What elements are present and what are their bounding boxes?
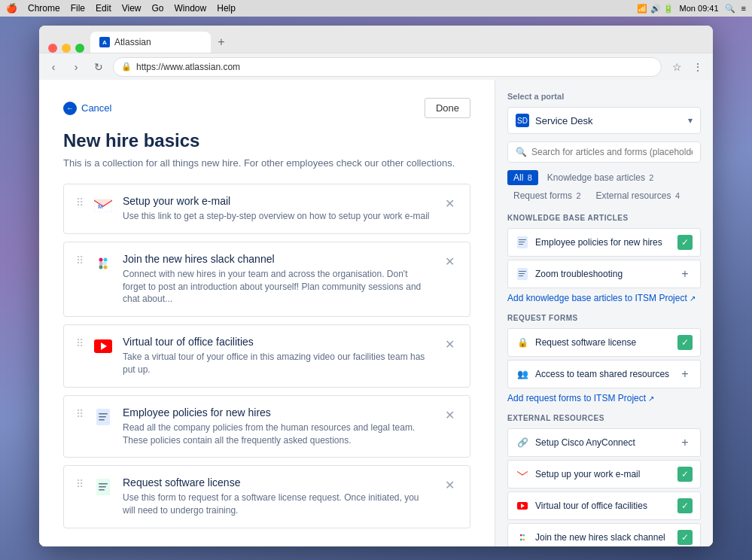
- back-button[interactable]: ‹: [45, 59, 62, 75]
- ext-item-1[interactable]: 🔗 Setup Cisco AnyConnect +: [507, 428, 701, 457]
- filter-tab-ext[interactable]: External resources 4: [590, 188, 687, 203]
- traffic-light-close[interactable]: [48, 44, 57, 53]
- add-rf-icon[interactable]: +: [677, 367, 693, 382]
- drag-handle[interactable]: ⠿: [76, 406, 84, 420]
- license-icon: [93, 476, 114, 498]
- ext-item-label-3: Virtual tour of office facilities: [535, 501, 671, 511]
- tab-label: Atlassian: [114, 37, 151, 47]
- kb-item-label-2: Zoom troubleshooting: [535, 269, 671, 279]
- remove-item-button[interactable]: ✕: [442, 476, 458, 494]
- remove-item-button[interactable]: ✕: [442, 406, 458, 424]
- done-button[interactable]: Done: [425, 98, 470, 118]
- kb-section-title: KNOWLEDGE BASE ARTICLES: [507, 214, 701, 222]
- menubar-chrome[interactable]: Chrome: [28, 3, 60, 14]
- item-body: Employee policies for new hires Read all…: [123, 406, 433, 447]
- drag-handle[interactable]: ⠿: [76, 253, 84, 266]
- cancel-icon: ←: [63, 102, 77, 115]
- url-bar[interactable]: 🔒 https://www.atlassian.com: [113, 57, 662, 77]
- ext-item-4[interactable]: Join the new hires slack channel ✓: [507, 523, 701, 546]
- menubar-file[interactable]: File: [71, 3, 85, 14]
- right-panel: Select a portal SD Service Desk ▾ 🔍 All …: [495, 80, 713, 546]
- menubar-go[interactable]: Go: [152, 3, 164, 14]
- item-desc: Read all the company policies from the h…: [123, 422, 433, 447]
- add-ext-icon[interactable]: +: [677, 435, 693, 450]
- chevron-down-icon: ▾: [688, 115, 693, 126]
- ext-item-3[interactable]: Virtual tour of office facilities ✓: [507, 492, 701, 520]
- rf-section-title: REQUEST FORMS: [507, 314, 701, 322]
- check-icon: ✓: [677, 335, 693, 350]
- browser-window: A Atlassian + ‹ › ↻ 🔒 https://www.atlass…: [39, 26, 713, 546]
- svg-point-25: [520, 538, 522, 540]
- search-icon: 🔍: [516, 147, 527, 157]
- list-item[interactable]: ⠿ Request software license Use this form…: [63, 465, 470, 528]
- menubar: 🍎 Chrome File Edit View Go Window Help 📶…: [0, 0, 752, 17]
- filter-tab-all[interactable]: All 8: [507, 170, 538, 185]
- search-input[interactable]: [531, 147, 693, 157]
- traffic-light-minimize[interactable]: [62, 44, 71, 53]
- menubar-menu-icon[interactable]: ≡: [741, 4, 746, 13]
- item-desc: Use this form to request for a software …: [123, 492, 433, 517]
- cancel-button[interactable]: Cancel: [81, 102, 111, 114]
- svg-rect-16: [519, 239, 526, 240]
- svg-rect-10: [99, 419, 105, 421]
- svg-rect-17: [519, 242, 525, 242]
- ext-section-title: EXTERNAL RESOURCES: [507, 414, 701, 422]
- list-item[interactable]: ⠿ Employee policies for new hires Read a…: [63, 395, 470, 458]
- more-button[interactable]: ⋮: [689, 58, 707, 76]
- refresh-button[interactable]: ↻: [90, 59, 107, 75]
- traffic-light-maximize[interactable]: [75, 44, 84, 53]
- menubar-search-icon[interactable]: 🔍: [725, 4, 735, 14]
- item-title: Setup your work e-mail: [123, 195, 433, 207]
- add-rf-link[interactable]: Add request forms to ITSM Project↗: [507, 393, 701, 403]
- kb-item-1[interactable]: Employee policies for new hires ✓: [507, 228, 701, 257]
- filter-tab-rf[interactable]: Request forms 2: [507, 188, 587, 203]
- item-title: Join the new hires slack channel: [123, 253, 433, 265]
- ext-item-label-2: Setup up your work e-mail: [535, 469, 671, 479]
- svg-point-26: [522, 538, 525, 540]
- portal-dropdown[interactable]: SD Service Desk ▾: [507, 107, 701, 134]
- rf-item-1[interactable]: 🔒 Request software license ✓: [507, 328, 701, 357]
- remove-item-button[interactable]: ✕: [442, 195, 458, 212]
- menubar-view[interactable]: View: [122, 3, 142, 14]
- drag-handle[interactable]: ⠿: [76, 195, 84, 208]
- drag-handle[interactable]: ⠿: [76, 476, 84, 490]
- remove-item-button[interactable]: ✕: [442, 253, 458, 270]
- item-body: Setup your work e-mail Use this link to …: [123, 195, 433, 223]
- apple-menu[interactable]: 🍎: [6, 3, 17, 14]
- kb-item-2[interactable]: Zoom troubleshooting +: [507, 260, 701, 288]
- list-item[interactable]: ⠿ M Setup your work e-mail Use this link…: [63, 184, 470, 234]
- ext-item-2[interactable]: Setup up your work e-mail ✓: [507, 460, 701, 488]
- forward-button[interactable]: ›: [68, 59, 84, 75]
- svg-rect-6: [99, 262, 107, 265]
- add-kb-icon[interactable]: +: [677, 266, 693, 282]
- portal-select-label: Select a portal: [507, 92, 701, 101]
- ext-item-label-4: Join the new hires slack channel: [535, 532, 671, 543]
- people-icon: 👥: [516, 367, 529, 381]
- rf-item-2[interactable]: 👥 Access to team shared resources +: [507, 360, 701, 388]
- list-item[interactable]: ⠿ Join the new hires slack channel: [63, 242, 470, 317]
- menubar-help[interactable]: Help: [217, 3, 236, 14]
- search-box[interactable]: 🔍: [507, 142, 701, 163]
- kb-doc-icon: [516, 236, 529, 249]
- external-link-icon-2: ↗: [648, 394, 654, 403]
- svg-point-23: [520, 534, 522, 537]
- menubar-edit[interactable]: Edit: [96, 3, 111, 14]
- check-icon: ✓: [677, 235, 693, 250]
- menubar-window[interactable]: Window: [175, 3, 207, 14]
- filter-tab-kb[interactable]: Knowledge base articles 2: [541, 170, 660, 185]
- menubar-icons: 📶 🔊 🔋: [637, 4, 673, 14]
- item-title: Employee policies for new hires: [123, 406, 433, 418]
- external-link-icon: ↗: [690, 294, 696, 303]
- add-kb-link[interactable]: Add knowledge base articles to ITSM Proj…: [507, 293, 701, 303]
- bookmark-button[interactable]: ☆: [668, 58, 686, 76]
- new-tab-button[interactable]: +: [211, 32, 232, 53]
- remove-item-button[interactable]: ✕: [442, 336, 458, 353]
- browser-chrome: A Atlassian + ‹ › ↻ 🔒 https://www.atlass…: [39, 26, 713, 80]
- tab-bar: A Atlassian +: [39, 26, 713, 53]
- drag-handle[interactable]: ⠿: [76, 336, 84, 349]
- yt-small-icon: [516, 499, 529, 513]
- list-item[interactable]: ⠿ Virtual tour of office facilities Take…: [63, 324, 470, 388]
- youtube-icon: [93, 336, 114, 357]
- browser-tab[interactable]: A Atlassian: [90, 32, 211, 53]
- item-body: Virtual tour of office facilities Take a…: [123, 336, 433, 376]
